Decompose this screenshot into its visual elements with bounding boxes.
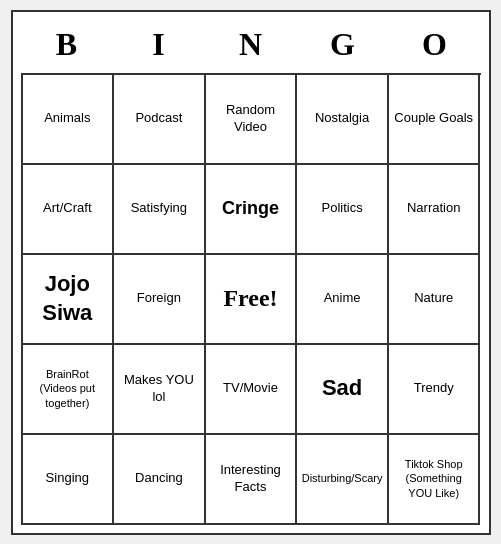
bingo-cell: Art/Craft bbox=[23, 165, 115, 255]
bingo-letter: B bbox=[24, 26, 110, 63]
bingo-cell: Interesting Facts bbox=[206, 435, 298, 525]
bingo-cell: Free! bbox=[206, 255, 298, 345]
bingo-cell: Animals bbox=[23, 75, 115, 165]
bingo-cell: Satisfying bbox=[114, 165, 206, 255]
bingo-cell: Trendy bbox=[389, 345, 481, 435]
bingo-cell: Nostalgia bbox=[297, 75, 389, 165]
bingo-cell: Anime bbox=[297, 255, 389, 345]
bingo-cell: Disturbing/Scary bbox=[297, 435, 389, 525]
bingo-cell: Tiktok Shop (Something YOU Like) bbox=[389, 435, 481, 525]
bingo-cell: Random Video bbox=[206, 75, 298, 165]
bingo-cell: Nature bbox=[389, 255, 481, 345]
bingo-cell: Politics bbox=[297, 165, 389, 255]
bingo-cell: Dancing bbox=[114, 435, 206, 525]
bingo-cell: Makes YOU lol bbox=[114, 345, 206, 435]
bingo-grid: AnimalsPodcastRandom VideoNostalgiaCoupl… bbox=[21, 73, 481, 525]
bingo-cell: Narration bbox=[389, 165, 481, 255]
bingo-cell: Foreign bbox=[114, 255, 206, 345]
bingo-header: BINGO bbox=[21, 20, 481, 73]
bingo-letter: N bbox=[208, 26, 294, 63]
bingo-card: BINGO AnimalsPodcastRandom VideoNostalgi… bbox=[11, 10, 491, 535]
bingo-cell: Sad bbox=[297, 345, 389, 435]
bingo-cell: Jojo Siwa bbox=[23, 255, 115, 345]
bingo-letter: G bbox=[300, 26, 386, 63]
bingo-cell: Couple Goals bbox=[389, 75, 481, 165]
bingo-cell: BrainRot (Videos put together) bbox=[23, 345, 115, 435]
bingo-cell: Singing bbox=[23, 435, 115, 525]
bingo-letter: O bbox=[392, 26, 478, 63]
bingo-cell: Cringe bbox=[206, 165, 298, 255]
bingo-cell: Podcast bbox=[114, 75, 206, 165]
bingo-cell: TV/Movie bbox=[206, 345, 298, 435]
bingo-letter: I bbox=[116, 26, 202, 63]
